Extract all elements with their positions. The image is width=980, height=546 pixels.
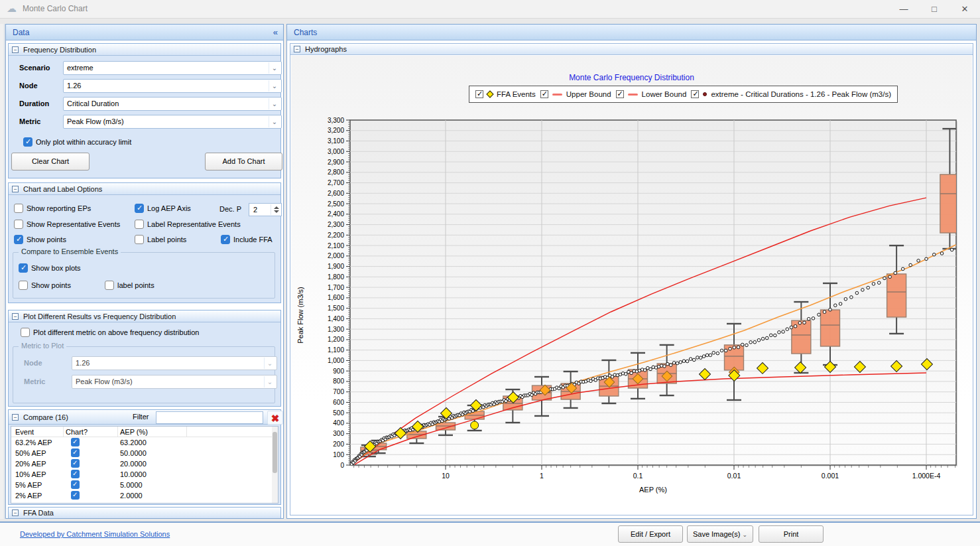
hydrographs-header[interactable]: − Hydrographs (290, 44, 973, 55)
clear-filter-icon[interactable]: ✖ (267, 411, 283, 425)
chart-label-options-header[interactable]: − Chart and Label Options (9, 183, 280, 195)
metric-to-plot-title: Metric to Plot (19, 342, 66, 350)
collapse-section-icon[interactable]: − (12, 414, 19, 421)
chart-checkbox[interactable] (71, 459, 80, 468)
chart-checkbox[interactable] (71, 480, 80, 489)
table-row[interactable]: 50% AEP50.0000 (11, 448, 278, 458)
show-box-plots-label: Show box plots (31, 264, 81, 272)
only-plot-accuracy-label: Only plot within accuracy limit (36, 138, 131, 146)
label-points-row: Label points (135, 235, 186, 244)
charts-panel: Charts − Hydrographs Monte Carlo Frequen… (286, 24, 977, 519)
include-ffa-checkbox[interactable] (221, 235, 230, 244)
ensemble-label-points-label: label points (117, 281, 154, 289)
duration-select[interactable]: Critical Duration⌄ (63, 97, 282, 111)
svg-text:1.000E-4: 1.000E-4 (912, 472, 941, 480)
collapse-section-icon[interactable]: − (294, 46, 300, 52)
only-plot-accuracy-checkbox[interactable] (23, 137, 32, 147)
dec-p-value: 2 (253, 206, 257, 214)
plot-different-metric-row: Plot different metric on above frequency… (21, 328, 200, 337)
collapse-panel-icon[interactable]: « (273, 25, 278, 40)
window-title: Monte Carlo Chart (23, 4, 88, 13)
table-row[interactable]: 63.2% AEP63.2000 (11, 437, 278, 448)
label-representative-events-label: Label Representative Events (147, 220, 241, 228)
left-edge-grip (0, 24, 5, 519)
save-images-button[interactable]: Save Image(s) ⌄ (687, 525, 753, 543)
collapse-section-icon[interactable]: − (12, 186, 19, 192)
show-points-checkbox[interactable] (14, 235, 23, 244)
show-box-plots-checkbox[interactable] (19, 263, 28, 273)
dec-p-spinner[interactable]: 2 (249, 203, 282, 216)
column-event[interactable]: Event (15, 427, 34, 437)
svg-text:AEP (%): AEP (%) (639, 486, 667, 494)
metric-label: Metric (19, 117, 40, 125)
show-reporting-eps-checkbox[interactable] (14, 204, 23, 213)
chevron-down-icon[interactable]: ⌄ (269, 62, 280, 74)
scenario-select[interactable]: extreme⌄ (63, 61, 282, 75)
event-cell: 50% AEP (15, 448, 46, 458)
ensemble-show-points-checkbox[interactable] (19, 281, 28, 290)
log-aep-axis-checkbox[interactable] (135, 204, 144, 213)
edit-export-button[interactable]: Edit / Export (618, 525, 683, 543)
column-aep[interactable]: AEP (%) (120, 427, 148, 437)
show-representative-events-checkbox[interactable] (14, 220, 23, 229)
compare-title: Compare (16) (23, 413, 68, 421)
frequency-distribution-header[interactable]: − Frequency Distribution (9, 44, 280, 56)
svg-text:0.001: 0.001 (822, 472, 839, 480)
clear-chart-button[interactable]: Clear Chart (11, 153, 90, 171)
metric-to-plot-metric-label: Metric (24, 377, 45, 385)
maximize-button[interactable]: □ (919, 0, 949, 19)
minimize-button[interactable]: — (888, 0, 919, 19)
label-points-checkbox[interactable] (135, 235, 144, 244)
collapse-section-icon[interactable]: − (12, 46, 19, 53)
svg-text:0.1: 0.1 (633, 472, 643, 480)
table-row[interactable]: 5% AEP5.0000 (11, 480, 278, 490)
show-representative-events-label: Show Representative Events (27, 220, 120, 228)
table-scrollbar-thumb[interactable] (273, 432, 277, 473)
plot-different-title: Plot Different Results vs Frequency Dist… (23, 312, 176, 320)
table-row[interactable]: 2% AEP2.0000 (11, 490, 278, 501)
duration-label: Duration (19, 100, 49, 107)
svg-text:800: 800 (333, 377, 344, 385)
chart-checkbox[interactable] (71, 438, 80, 446)
svg-text:0: 0 (340, 462, 344, 469)
ffa-data-header[interactable]: − FFA Data (9, 508, 280, 518)
chevron-down-icon[interactable]: ⌄ (743, 531, 748, 538)
column-chart[interactable]: Chart? (66, 427, 88, 437)
chart-checkbox[interactable] (71, 470, 80, 478)
chevron-down-icon[interactable]: ⌄ (269, 116, 280, 127)
svg-text:2,800: 2,800 (328, 169, 344, 176)
ensemble-label-points-checkbox[interactable] (105, 281, 114, 290)
metric-to-plot-node-select[interactable]: 1.26⌄ (72, 356, 277, 370)
compare-group: − Compare (16) Filter ✖ Event Chart? AEP… (8, 409, 281, 505)
chevron-down-icon[interactable]: ⌄ (264, 358, 275, 369)
charts-panel-title: Charts (294, 28, 317, 37)
chart-checkbox[interactable] (71, 448, 80, 457)
svg-text:3,100: 3,100 (328, 137, 344, 145)
table-row[interactable]: 10% AEP10.0000 (11, 469, 278, 480)
chevron-down-icon[interactable]: ⌄ (269, 80, 280, 92)
plot-different-metric-checkbox[interactable] (21, 328, 30, 337)
collapse-section-icon[interactable]: − (12, 313, 19, 320)
add-to-chart-button[interactable]: Add To Chart (205, 153, 282, 171)
table-scrollbar[interactable] (272, 427, 278, 503)
metric-select[interactable]: Peak Flow (m3/s)⌄ (63, 115, 282, 129)
label-representative-events-checkbox[interactable] (135, 220, 144, 229)
developer-link[interactable]: Developed by Catchment Simulation Soluti… (20, 530, 170, 538)
chevron-down-icon[interactable]: ⌄ (264, 376, 275, 387)
plot-different-header[interactable]: − Plot Different Results vs Frequency Di… (9, 310, 280, 322)
table-row[interactable]: 20% AEP20.0000 (11, 458, 278, 469)
filter-input[interactable] (156, 411, 263, 424)
event-cell: 63.2% AEP (15, 437, 52, 448)
svg-text:2,000: 2,000 (328, 252, 344, 259)
svg-text:3,300: 3,300 (328, 117, 344, 124)
print-button[interactable]: Print (759, 525, 824, 543)
spinner-arrows-icon[interactable] (271, 204, 280, 215)
chevron-down-icon[interactable]: ⌄ (269, 98, 280, 109)
node-select[interactable]: 1.26⌄ (63, 79, 282, 93)
compare-table: Event Chart? AEP (%) 63.2% AEP63.200050%… (11, 426, 278, 504)
metric-to-plot-metric-select[interactable]: Peak Flow (m3/s)⌄ (72, 375, 277, 389)
close-button[interactable]: ✕ (949, 0, 980, 19)
chart-checkbox[interactable] (71, 491, 80, 500)
dec-p-label: Dec. P (219, 205, 241, 213)
collapse-section-icon[interactable]: − (12, 510, 19, 516)
